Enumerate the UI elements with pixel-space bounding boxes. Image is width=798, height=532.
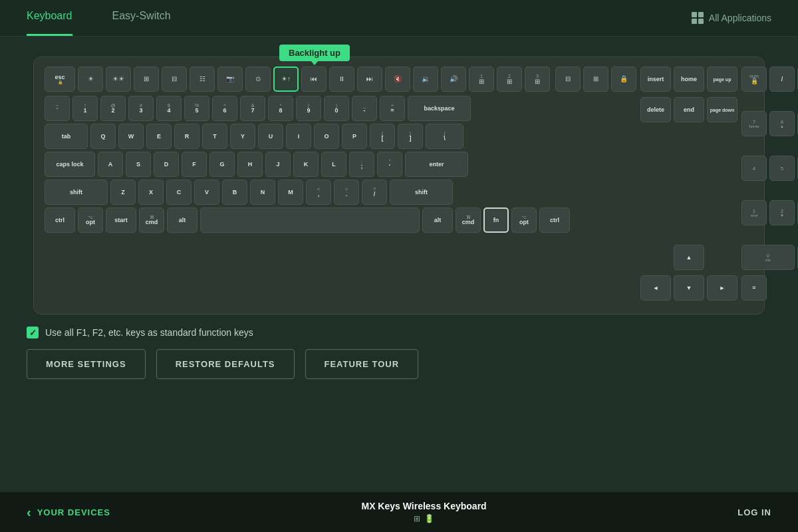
key-f[interactable]: F [182, 152, 207, 177]
key-left[interactable]: ◄ [640, 275, 671, 301]
key-9[interactable]: (9 [296, 96, 321, 121]
restore-defaults-button[interactable]: RESTORE DEFAULTS [156, 349, 295, 379]
key-f4[interactable]: ⊟ [162, 66, 187, 92]
key-tab[interactable]: tab [45, 124, 88, 149]
key-num1[interactable]: 1end [741, 200, 767, 225]
key-3[interactable]: #3 [128, 96, 154, 121]
key-w[interactable]: W [118, 124, 144, 149]
key-e[interactable]: E [146, 124, 172, 149]
key-opt[interactable]: ⌥opt [78, 207, 103, 233]
key-dev1[interactable]: 1⊞ [469, 66, 494, 92]
key-f12[interactable]: 🔇 [385, 66, 410, 92]
key-lock2[interactable]: ⊞ [583, 66, 608, 92]
key-o[interactable]: O [314, 124, 339, 149]
key-num4[interactable]: 4 [741, 156, 767, 181]
key-f10[interactable]: ⏸ [329, 66, 354, 92]
key-f11[interactable]: ⏭ [357, 66, 382, 92]
key-comma[interactable]: <, [306, 180, 331, 205]
key-capslock[interactable]: caps lock [45, 152, 95, 177]
key-r[interactable]: R [174, 124, 200, 149]
key-2[interactable]: @2 [100, 96, 126, 121]
key-alt[interactable]: alt [167, 207, 198, 233]
key-period[interactable]: >. [334, 180, 359, 205]
key-f7[interactable]: ⊙ [245, 66, 271, 92]
key-altgr[interactable]: alt [422, 207, 453, 233]
key-backtick[interactable]: ~` [45, 96, 70, 121]
key-f3[interactable]: ⊞ [134, 66, 159, 92]
key-backslash[interactable]: |\ [426, 124, 464, 149]
key-down[interactable]: ▼ [674, 275, 704, 301]
key-num0[interactable]: 0ins [741, 245, 795, 270]
key-i[interactable]: I [286, 124, 311, 149]
your-devices-button[interactable]: ‹ YOUR DEVICES [27, 505, 110, 520]
key-end[interactable]: end [674, 97, 704, 122]
more-settings-button[interactable]: MORE SETTINGS [27, 349, 146, 379]
tab-keyboard[interactable]: Keyboard [27, 0, 72, 36]
function-keys-checkbox[interactable]: ✓ [27, 327, 39, 338]
key-b[interactable]: B [222, 180, 247, 205]
key-5[interactable]: %5 [184, 96, 209, 121]
key-numdiv[interactable]: / [769, 66, 795, 92]
key-q[interactable]: Q [90, 124, 116, 149]
key-7[interactable]: &7 [240, 96, 265, 121]
key-power[interactable]: 🔒 [611, 66, 636, 92]
all-applications-button[interactable]: All Applications [692, 12, 771, 24]
key-fn[interactable]: fn [483, 207, 509, 233]
key-f5[interactable]: ☷ [190, 66, 215, 92]
key-pageup[interactable]: page up [707, 66, 737, 92]
key-8[interactable]: *8 [268, 96, 293, 121]
key-s[interactable]: S [126, 152, 151, 177]
key-f1[interactable]: ☀ [78, 66, 103, 92]
key-n[interactable]: N [250, 180, 275, 205]
key-c[interactable]: C [166, 180, 192, 205]
key-dev2[interactable]: 2⊞ [497, 66, 522, 92]
key-h[interactable]: H [237, 152, 263, 177]
key-equals[interactable]: += [380, 96, 405, 121]
key-spacebar[interactable] [200, 207, 420, 233]
key-lock1[interactable]: ⊟ [555, 66, 581, 92]
feature-tour-button[interactable]: FEATURE TOUR [305, 349, 419, 379]
key-numlock[interactable]: num🔒 [741, 66, 767, 92]
key-delete[interactable]: delete [640, 97, 671, 122]
key-m[interactable]: M [278, 180, 303, 205]
key-semicolon[interactable]: :; [349, 152, 374, 177]
log-in-button[interactable]: LOG IN [737, 507, 771, 517]
key-rshift[interactable]: shift [390, 180, 453, 205]
key-rctrl[interactable]: ctrl [539, 207, 570, 233]
key-num2[interactable]: 2▼ [769, 200, 795, 225]
key-lctrl[interactable]: ctrl [45, 207, 75, 233]
key-x[interactable]: X [138, 180, 164, 205]
key-d[interactable]: D [154, 152, 179, 177]
key-0[interactable]: )0 [324, 96, 349, 121]
key-vol-down[interactable]: 🔉 [413, 66, 438, 92]
key-right[interactable]: ► [707, 275, 737, 301]
key-minus[interactable]: _- [352, 96, 377, 121]
key-vol-up[interactable]: 🔊 [441, 66, 466, 92]
key-home[interactable]: home [674, 66, 704, 92]
key-v[interactable]: V [194, 180, 219, 205]
key-u[interactable]: U [258, 124, 283, 149]
key-num8[interactable]: 8▲ [769, 111, 795, 136]
key-l[interactable]: L [321, 152, 346, 177]
key-dev3[interactable]: 3⊞ [525, 66, 550, 92]
key-cmd1[interactable]: ⌘cmd [139, 207, 164, 233]
key-z[interactable]: Z [110, 180, 136, 205]
key-start[interactable]: start [106, 207, 136, 233]
key-f8[interactable]: ☀↑ [273, 66, 299, 92]
key-pagedown[interactable]: page down [707, 97, 737, 122]
key-1[interactable]: !1 [72, 96, 98, 121]
key-esc[interactable]: esc🔒 [45, 66, 75, 92]
key-opt2[interactable]: ⌥opt [511, 207, 537, 233]
key-f2[interactable]: ☀☀ [106, 66, 131, 92]
key-backspace[interactable]: backspace [408, 96, 471, 121]
key-numequal[interactable]: = [741, 275, 767, 301]
key-up[interactable]: ▲ [674, 245, 704, 270]
key-lshift[interactable]: shift [45, 180, 108, 205]
key-t[interactable]: T [202, 124, 227, 149]
key-lbracket[interactable]: {[ [370, 124, 395, 149]
key-j[interactable]: J [265, 152, 291, 177]
key-num7[interactable]: 7home [741, 111, 767, 136]
key-quote[interactable]: "' [377, 152, 402, 177]
key-f9[interactable]: ⏮ [301, 66, 327, 92]
key-num5[interactable]: 5 [769, 156, 795, 181]
